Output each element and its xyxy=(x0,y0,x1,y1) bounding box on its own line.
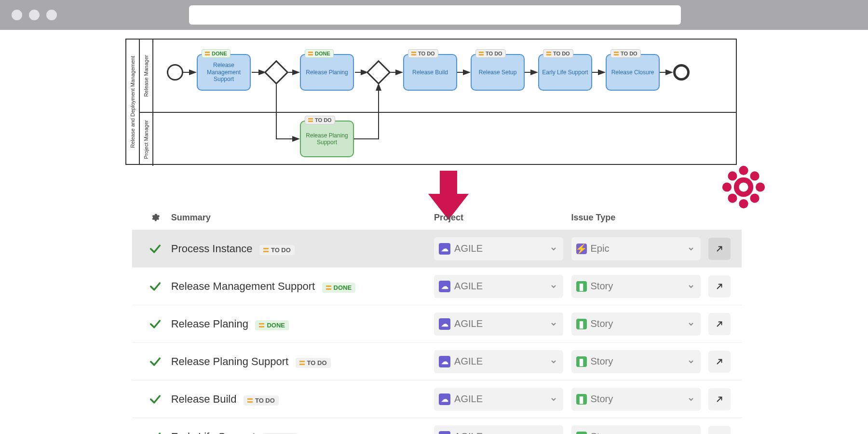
svg-point-11 xyxy=(739,166,748,175)
open-issue-button[interactable] xyxy=(708,351,731,373)
project-name: AGILE xyxy=(454,318,483,329)
project-select[interactable]: ☁AGILE xyxy=(434,275,563,298)
task-release-planing[interactable]: DONE Release Planing xyxy=(300,54,354,91)
row-summary-text: Release Planing Support xyxy=(171,355,288,367)
issue-type-select[interactable]: ▮Story xyxy=(571,275,701,298)
address-bar[interactable] xyxy=(189,5,681,25)
bpmn-diagram: Release and Deployment Management Releas… xyxy=(125,39,737,165)
issue-type-name: Story xyxy=(591,281,613,292)
project-select[interactable]: ☁AGILE xyxy=(434,237,563,260)
open-arrow-icon xyxy=(715,357,724,366)
row-summary-text: Release Planing xyxy=(171,318,248,330)
issue-type-select[interactable]: ▮Story xyxy=(571,388,701,411)
chevron-down-icon xyxy=(551,359,556,365)
lane-divider xyxy=(153,112,736,113)
bars-icon xyxy=(614,52,619,55)
project-select[interactable]: ☁AGILE xyxy=(434,312,563,336)
open-issue-button[interactable] xyxy=(708,426,731,434)
open-issue-button[interactable] xyxy=(708,238,731,260)
issue-type-icon: ▮ xyxy=(576,319,587,329)
svg-point-18 xyxy=(750,193,759,203)
status-badge: TO DO xyxy=(296,358,331,368)
open-arrow-icon xyxy=(715,395,724,404)
issue-type-icon: ⚡ xyxy=(576,244,587,254)
header-issue-type: Issue Type xyxy=(571,213,708,223)
project-name: AGILE xyxy=(454,431,483,434)
bars-icon xyxy=(479,52,484,55)
open-issue-button[interactable] xyxy=(708,275,731,298)
task-early-life-support[interactable]: TO DO Early Life Support xyxy=(538,54,592,91)
table-row[interactable]: Release Build TO DO ☁AGILE ▮Story xyxy=(132,380,742,418)
task-label: Release Planing Support xyxy=(303,132,351,146)
table-row[interactable]: Early Life Support TO DO ☁AGILE ▮Story xyxy=(132,418,742,434)
project-icon: ☁ xyxy=(439,356,450,367)
row-summary-text: Release Build xyxy=(171,393,237,405)
gateway-2[interactable] xyxy=(366,60,391,85)
lane-label-release-manager: Release Manager xyxy=(140,40,153,112)
task-release-closure[interactable]: TO DO Release Closure xyxy=(606,54,660,91)
window-dot xyxy=(46,10,57,20)
task-release-build[interactable]: TO DO Release Build xyxy=(403,54,457,91)
issue-type-select[interactable]: ▮Story xyxy=(571,312,701,336)
issue-type-name: Story xyxy=(591,318,613,329)
svg-point-13 xyxy=(722,182,732,191)
chevron-down-icon xyxy=(688,359,694,365)
open-arrow-icon xyxy=(715,244,724,253)
project-name: AGILE xyxy=(454,393,483,405)
status-badge: TO DO xyxy=(305,116,335,124)
status-badge: DONE xyxy=(322,283,356,293)
start-event[interactable] xyxy=(167,64,183,81)
project-name: AGILE xyxy=(454,281,483,292)
issue-type-name: Epic xyxy=(591,243,610,254)
project-select[interactable]: ☁AGILE xyxy=(434,350,563,373)
row-summary-text: Early Life Support xyxy=(171,431,256,434)
chevron-down-icon xyxy=(551,396,556,402)
issue-type-name: Story xyxy=(591,393,613,405)
gear-flower-icon xyxy=(720,164,767,210)
checkmark-icon xyxy=(149,317,162,331)
table-row[interactable]: Release Planing Support TO DO ☁AGILE ▮St… xyxy=(132,342,742,380)
open-issue-button[interactable] xyxy=(708,313,731,335)
open-issue-button[interactable] xyxy=(708,388,731,410)
window-dot xyxy=(29,10,40,20)
checkmark-icon xyxy=(149,280,162,293)
project-name: AGILE xyxy=(454,356,483,367)
task-label: Release Planing xyxy=(306,69,348,76)
svg-point-16 xyxy=(750,171,759,180)
bars-icon xyxy=(247,398,253,403)
bars-icon xyxy=(308,52,313,55)
table-row[interactable]: Process Instance TO DO ☁AGILE ⚡Epic xyxy=(132,230,742,267)
chevron-down-icon xyxy=(551,246,556,252)
gateway-1[interactable] xyxy=(264,60,289,85)
svg-point-15 xyxy=(728,171,737,180)
task-release-management-support[interactable]: DONE Release Management Support xyxy=(197,54,251,91)
table-row[interactable]: Release Management Support DONE ☁AGILE ▮… xyxy=(132,267,742,305)
project-select[interactable]: ☁AGILE xyxy=(434,425,563,434)
issue-type-icon: ▮ xyxy=(576,281,587,292)
status-badge: TO DO xyxy=(259,245,295,255)
row-summary-text: Release Management Support xyxy=(171,280,315,292)
status-badge: DONE xyxy=(305,49,334,58)
bars-icon xyxy=(205,52,210,55)
issue-type-select[interactable]: ▮Story xyxy=(571,425,701,434)
svg-point-17 xyxy=(728,193,737,203)
issue-type-select[interactable]: ⚡Epic xyxy=(571,237,701,260)
checkmark-icon xyxy=(149,430,162,434)
bars-icon xyxy=(546,52,551,55)
lane-label-project-manager: Project Manager xyxy=(140,112,153,166)
settings-gear-icon[interactable] xyxy=(150,213,160,222)
end-event[interactable] xyxy=(673,64,690,81)
status-badge: TO DO xyxy=(244,395,279,406)
chevron-down-icon xyxy=(688,246,694,252)
task-label: Release Management Support xyxy=(200,62,248,82)
chevron-down-icon xyxy=(551,284,556,289)
task-release-planing-support[interactable]: TO DO Release Planing Support xyxy=(300,121,354,157)
issue-type-icon: ▮ xyxy=(576,356,587,367)
bars-icon xyxy=(259,323,264,327)
table-row[interactable]: Release Planing DONE ☁AGILE ▮Story xyxy=(132,305,742,342)
project-select[interactable]: ☁AGILE xyxy=(434,388,563,411)
task-release-setup[interactable]: TO DO Release Setup xyxy=(471,54,525,91)
window-dot xyxy=(12,10,22,20)
task-label: Early Life Support xyxy=(542,69,588,76)
issue-type-select[interactable]: ▮Story xyxy=(571,350,701,373)
